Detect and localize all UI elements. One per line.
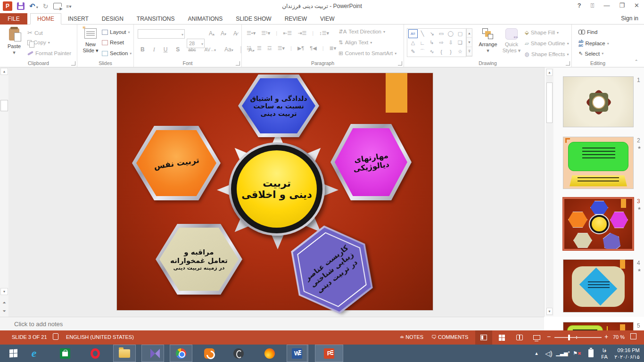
shape-elbow-icon[interactable]: ∟ (418, 38, 427, 47)
ltr-direction-button[interactable]: ▶¶ (297, 45, 304, 51)
slide-indicator[interactable]: SLIDE 3 OF 21 (12, 334, 47, 340)
align-left-button[interactable]: ☱ (247, 45, 251, 51)
underline-button[interactable]: U (162, 46, 170, 53)
slide-thumbnail-1[interactable] (563, 76, 634, 127)
language-indicator[interactable]: ENGLISH (UNITED STATES) (66, 334, 134, 340)
hexagon-right-magenta[interactable]: مهارتهای دیالوژیکی (330, 124, 412, 200)
clock[interactable]: 09:16 PM۲۰۲۰/۰۶/۱۵ (612, 345, 642, 362)
layout-button[interactable]: Layout▾ (102, 29, 130, 35)
shape-left-brace-icon[interactable]: { (437, 47, 446, 56)
shape-elbow-arrow-icon[interactable]: ↳ (427, 38, 437, 47)
italic-button[interactable]: I (151, 46, 157, 53)
spellcheck-icon[interactable] (53, 333, 58, 341)
tray-hidden-icons[interactable]: ▴ (532, 345, 541, 362)
taskbar-chrome[interactable] (170, 345, 192, 362)
find-button[interactable]: Find (578, 29, 597, 35)
align-center-button[interactable]: ☰ (257, 45, 262, 51)
taskbar-store[interactable] (56, 345, 74, 362)
taskbar-powerpoint-active[interactable]: P (315, 345, 343, 362)
tab-insert[interactable]: INSERT (61, 13, 95, 25)
taskbar-eitaa[interactable] (200, 345, 219, 362)
decrease-indent-button[interactable]: ⇤☰ (283, 30, 292, 36)
shape-star-icon[interactable]: ☆ (455, 47, 465, 56)
tab-file[interactable]: FILE (0, 13, 27, 25)
select-button[interactable]: ⇖Select▾ (578, 50, 603, 57)
action-center-flag-icon[interactable]: ⚑✖ (571, 345, 583, 362)
ribbon-display-options-icon[interactable]: ⍐ (591, 2, 594, 9)
gallery-down-icon[interactable]: ▼ (467, 38, 472, 47)
reset-button[interactable]: Reset (102, 40, 124, 45)
slide-canvas[interactable]: تربیت دینی و اخلاقی دلدادگی و اشتیاق نسب… (117, 73, 433, 310)
shape-right-brace-icon[interactable]: } (446, 47, 455, 56)
volume-icon[interactable]: ◁) (543, 345, 554, 362)
shape-scribble-icon[interactable]: ✎ (408, 47, 418, 56)
minimize-icon[interactable]: — (603, 2, 610, 9)
shape-fill-button[interactable]: ⬙Shape Fill▾ (525, 29, 559, 36)
next-slide-icon[interactable]: ⏷ (0, 308, 8, 315)
fit-slide-icon[interactable] (630, 333, 636, 340)
shapes-gallery[interactable]: A≡ ╲ ↘ ▭ ◯ ▢ △ ∟ ↳ ⇨ ⇩ ❏ ✎ ⌒ ∿ { } ☆ (407, 28, 466, 57)
zoom-slider-track[interactable] (554, 337, 602, 338)
cut-button[interactable]: ✂Cut (27, 29, 43, 36)
taskbar-opera[interactable] (86, 345, 105, 362)
collapse-ribbon-icon[interactable]: ⌃ (635, 59, 638, 64)
battery-icon[interactable] (586, 345, 596, 362)
gallery-up-icon[interactable]: ▲ (467, 29, 472, 38)
comments-toggle[interactable]: 🗨 COMMENTS (431, 334, 468, 340)
start-button[interactable] (4, 345, 23, 362)
tab-home[interactable]: HOME (30, 13, 61, 25)
tab-animations[interactable]: ANIMATIONS (181, 13, 229, 25)
taskbar-firefox[interactable] (260, 345, 279, 362)
network-icon[interactable]: ▁▃▅* (557, 345, 569, 362)
shape-textbox-icon[interactable]: A≡ (408, 29, 418, 38)
shape-callout-icon[interactable]: ❏ (455, 38, 465, 47)
center-circle[interactable]: تربیت دینی و اخلاقی (229, 142, 325, 236)
tab-slideshow[interactable]: SLIDE SHOW (229, 13, 278, 25)
sign-in-link[interactable]: Sign in (621, 15, 638, 22)
shape-triangle-icon[interactable]: △ (408, 38, 418, 47)
format-painter-button[interactable]: Format Painter (27, 50, 71, 56)
shrink-font-button[interactable]: A▾ (219, 30, 228, 37)
shape-arrow-icon[interactable]: ↘ (427, 29, 437, 38)
drawing-dialog-launcher[interactable] (566, 61, 570, 66)
notes-placeholder[interactable]: Click to add notes (14, 321, 63, 328)
close-icon[interactable]: ✕ (634, 2, 639, 9)
increase-indent-button[interactable]: ⇥☰ (297, 30, 306, 36)
tab-review[interactable]: REVIEW (278, 13, 314, 25)
slide-vertical-scrollbar[interactable]: ▲ ▼ ⏶ ⏷ (0, 67, 8, 317)
text-direction-button[interactable]: ⇵AText Direction▾ (339, 28, 385, 35)
gallery-more-icon[interactable]: ⊽ (467, 47, 472, 56)
shape-arc-icon[interactable]: ⌒ (418, 47, 427, 56)
hexagon-bottomleft-beige[interactable]: مراقبه و تعامل غمخوارانه در زمینه تربیت … (156, 224, 242, 295)
line-spacing-button[interactable]: ↕☰▾ (319, 30, 329, 36)
clipboard-dialog-launcher[interactable] (71, 61, 75, 66)
hexagon-top-blue[interactable]: دلدادگی و اشتیاق نسبت به ساحت تربیت دینی (238, 74, 319, 137)
view-reading-button[interactable] (511, 330, 528, 345)
shape-oval-icon[interactable]: ◯ (446, 29, 455, 38)
tab-view[interactable]: VIEW (314, 13, 341, 25)
view-slideshow-button[interactable] (528, 330, 545, 345)
previous-slide-icon[interactable]: ⏶ (0, 299, 8, 306)
numbering-button[interactable]: ☰¹▾ (261, 30, 270, 36)
replace-button[interactable]: abacReplace▾ (578, 40, 609, 47)
shape-outline-button[interactable]: ▱Shape Outline▾ (525, 40, 569, 47)
hexagon-left-orange[interactable]: تربیت نفس (132, 126, 221, 200)
rtl-direction-button[interactable]: ¶◀ (310, 45, 316, 51)
section-button[interactable]: Section▾ (102, 50, 132, 56)
panel-scroll-up-icon[interactable]: ▲ (546, 69, 553, 76)
arrange-button[interactable]: Arrange ▾ (476, 28, 500, 54)
zoom-slider-thumb[interactable] (568, 335, 570, 340)
align-text-button[interactable]: ⇅Align Text▾ (339, 39, 372, 46)
zoom-in-icon[interactable]: + (604, 333, 608, 340)
clear-formatting-button[interactable]: A̷ (231, 30, 239, 37)
slide-thumbnail-3-selected[interactable] (563, 197, 634, 250)
zoom-out-icon[interactable]: − (547, 333, 551, 340)
taskbar-media-app[interactable] (229, 345, 248, 362)
notes-pane[interactable]: Click to add notes (0, 317, 544, 330)
decor-orange-rectangle[interactable] (386, 73, 407, 113)
new-slide-button[interactable]: NewSlide ▾ (81, 28, 100, 54)
shape-curve-icon[interactable]: ∿ (427, 47, 437, 56)
grow-font-button[interactable]: A▴ (207, 30, 216, 37)
tab-transitions[interactable]: TRANSITIONS (130, 13, 182, 25)
panel-scrollbar[interactable]: ▲ ▼ (546, 68, 553, 316)
